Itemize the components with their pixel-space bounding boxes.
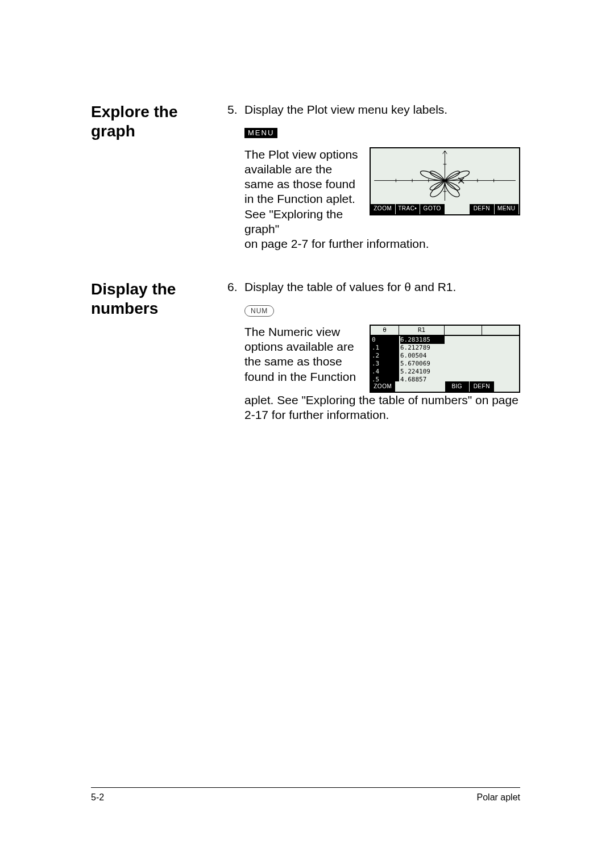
step-6: 6. Display the table of values for θ and… bbox=[227, 280, 520, 422]
menubar-menu: MENU bbox=[495, 204, 520, 214]
col-r1: R1 bbox=[399, 326, 445, 335]
step-text: Display the Plot view menu key labels. bbox=[244, 102, 447, 117]
plot-screenshot: ZOOM TRAC• GOTO DEFN MENU bbox=[370, 147, 520, 215]
col-blank1 bbox=[445, 326, 482, 335]
theta-row: .4 bbox=[372, 368, 399, 376]
step-number: 5. bbox=[227, 102, 240, 117]
page-number: 5-2 bbox=[91, 792, 104, 803]
menu-key-icon: MENU bbox=[244, 128, 277, 138]
step-5: 5. Display the Plot view menu key labels… bbox=[227, 102, 520, 251]
plot-options-text: The Plot view options available are the … bbox=[244, 147, 359, 237]
theta-values: 0 .1 .2 .3 .4 .5 bbox=[371, 336, 399, 384]
aplet-title: Polar aplet bbox=[477, 792, 521, 803]
theta-row: .2 bbox=[372, 352, 399, 360]
col-blank2 bbox=[482, 326, 519, 335]
heading-explore-graph: Explore the graph bbox=[91, 102, 216, 251]
menubar-trac: TRAC• bbox=[396, 204, 421, 214]
col-theta: θ bbox=[371, 326, 399, 335]
page-footer: 5-2 Polar aplet bbox=[91, 787, 520, 803]
numeric-menubar: ZOOM BIG DEFN bbox=[371, 381, 519, 392]
r1-row: 6.00504 bbox=[400, 352, 445, 360]
step-text: Display the table of values for θ and R1… bbox=[244, 280, 456, 294]
theta-row: .3 bbox=[372, 360, 399, 368]
menubar-zoom: ZOOM bbox=[371, 204, 396, 214]
plot-options-text-continued: on page 2-7 for further information. bbox=[244, 236, 520, 251]
theta-row: .1 bbox=[372, 344, 399, 352]
menubar-empty bbox=[396, 381, 421, 392]
r1-values: 6.283185 6.212789 6.00504 5.670069 5.224… bbox=[399, 336, 445, 384]
r1-row: 6.212789 bbox=[400, 344, 445, 352]
menubar-empty bbox=[495, 381, 520, 392]
r1-row: 6.283185 bbox=[400, 336, 445, 344]
heading-display-numbers: Display the numbers bbox=[91, 280, 216, 422]
numeric-options-text: The Numeric view options available are t… bbox=[244, 325, 359, 384]
theta-row: 0 bbox=[372, 336, 399, 344]
step-number: 6. bbox=[227, 280, 240, 294]
menubar-empty bbox=[420, 381, 445, 392]
num-key-icon: NUM bbox=[244, 305, 274, 317]
menubar-empty bbox=[445, 204, 470, 214]
r1-row: 5.224109 bbox=[400, 368, 445, 376]
menubar-defn: DEFN bbox=[470, 204, 495, 214]
menubar-goto: GOTO bbox=[420, 204, 445, 214]
menubar-defn: DEFN bbox=[470, 381, 495, 392]
menubar-zoom: ZOOM bbox=[371, 381, 396, 392]
r1-row: 5.670069 bbox=[400, 360, 445, 368]
plot-menubar: ZOOM TRAC• GOTO DEFN MENU bbox=[371, 204, 519, 214]
numeric-options-text-continued: aplet. See "Exploring the table of numbe… bbox=[244, 393, 520, 423]
menubar-big: BIG bbox=[445, 381, 470, 392]
numeric-screenshot: θ R1 0 .1 .2 .3 .4 .5 6.283185 bbox=[370, 325, 520, 393]
